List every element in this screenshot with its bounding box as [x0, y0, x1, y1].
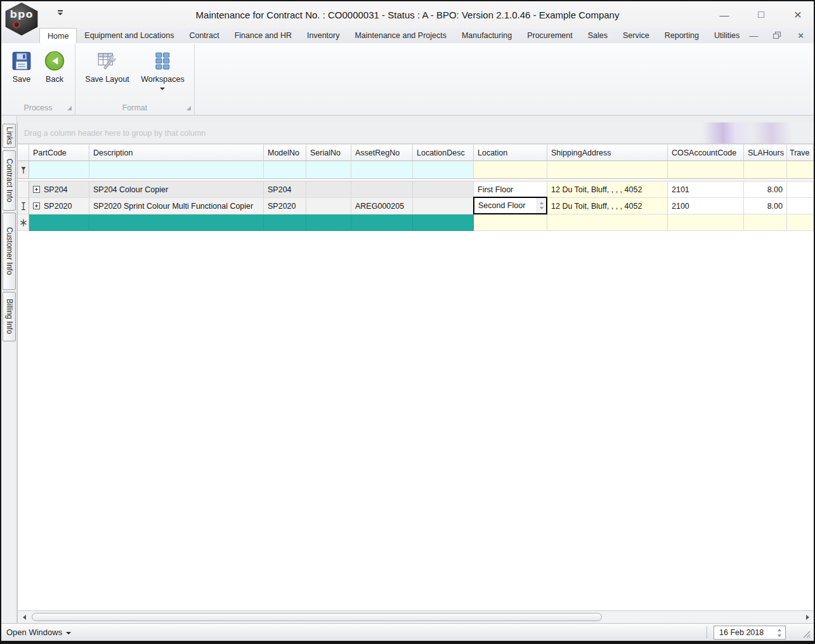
cell-shippingaddress[interactable]: 12 Du Toit, Bluff, , , , 4052 [547, 198, 668, 214]
filter-cell-locationdesc[interactable] [413, 161, 474, 179]
new-row-cell[interactable] [474, 214, 547, 231]
cell-cosaccountcode[interactable]: 2100 [668, 198, 744, 214]
scrollbar-thumb[interactable] [32, 613, 602, 621]
tab-inventory[interactable]: Inventory [299, 28, 347, 43]
cell-modelno[interactable]: SP2020 [264, 198, 306, 214]
column-header-assetregno[interactable]: AssetRegNo [351, 144, 413, 161]
column-header-partcode[interactable]: PartCode [29, 144, 89, 161]
cell-modelno[interactable]: SP204 [264, 181, 306, 198]
sidebar-item-customer-info[interactable]: Customer Info [3, 213, 16, 290]
tab-utilities[interactable]: Utilities [707, 28, 747, 43]
maximize-button[interactable]: □ [754, 8, 768, 22]
filter-cell-modelno[interactable] [264, 161, 306, 179]
filter-cell-assetregno[interactable] [351, 161, 413, 179]
spin-up-icon[interactable] [540, 202, 544, 204]
tab-finance-and-hr[interactable]: Finance and HR [227, 28, 299, 43]
column-header-cosaccountcode[interactable]: COSAccountCode [668, 144, 744, 161]
new-row-cell[interactable] [547, 214, 668, 231]
cell-partcode[interactable]: SP2020 [29, 198, 89, 214]
cell-location[interactable]: First Floor [474, 181, 547, 198]
open-windows-button[interactable]: Open Windows [6, 628, 71, 637]
new-row-cell[interactable] [89, 214, 264, 231]
quick-access-toolbar-dropdown-icon[interactable] [57, 10, 63, 15]
tab-sales[interactable]: Sales [580, 28, 615, 43]
mdi-minimize-button[interactable]: — [749, 35, 756, 37]
sidebar-item-billing-info[interactable]: Billing Info [3, 292, 16, 341]
cell-slahours[interactable]: 8.00 [744, 198, 787, 214]
tab-manufacturing[interactable]: Manufacturing [454, 28, 519, 43]
cell-travel[interactable] [787, 181, 814, 198]
scroll-right-button[interactable] [803, 612, 812, 622]
spin-up-icon[interactable] [778, 629, 781, 631]
dialog-launcher-icon[interactable] [186, 106, 191, 110]
filter-cell-travel[interactable] [787, 161, 814, 179]
dialog-launcher-icon[interactable] [67, 106, 72, 110]
column-header-location[interactable]: Location [474, 144, 547, 161]
horizontal-scrollbar[interactable] [18, 610, 814, 623]
minimize-button[interactable]: — [717, 8, 731, 22]
expand-plus-icon[interactable] [33, 186, 40, 193]
cell-serialno[interactable] [306, 198, 351, 214]
tab-procurement[interactable]: Procurement [519, 28, 580, 43]
close-button[interactable]: × [791, 8, 805, 22]
filter-cell-partcode[interactable] [29, 161, 89, 179]
mdi-close-button[interactable]: × [798, 32, 804, 39]
back-button[interactable]: Back [42, 49, 67, 85]
cell-cosaccountcode[interactable]: 2101 [668, 181, 744, 198]
cell-locationdesc[interactable] [413, 198, 474, 214]
cell-shippingaddress[interactable]: 12 Du Toit, Bluff, , , , 4052 [547, 181, 668, 198]
filter-cell-serialno[interactable] [306, 161, 351, 179]
tab-contract[interactable]: Contract [181, 28, 226, 43]
tab-equipment-and-locations[interactable]: Equipment and Locations [77, 28, 181, 43]
date-spinner[interactable] [775, 629, 785, 637]
filter-cell-description[interactable] [89, 161, 264, 179]
save-layout-button[interactable]: Save Layout [83, 49, 131, 85]
cell-partcode[interactable]: SP204 [29, 181, 89, 198]
new-row-cell[interactable] [787, 214, 814, 231]
location-editor-spinner[interactable] [537, 198, 546, 213]
cell-locationdesc[interactable] [413, 181, 474, 198]
new-row-cell[interactable] [351, 214, 413, 231]
tab-maintenance-and-projects[interactable]: Maintenance and Projects [347, 28, 454, 43]
cell-assetregno[interactable] [351, 181, 413, 198]
cell-slahours[interactable]: 8.00 [744, 181, 787, 198]
column-header-modelno[interactable]: ModelNo [264, 144, 306, 161]
scroll-left-button[interactable] [20, 612, 29, 622]
filter-cell-location[interactable] [474, 161, 547, 179]
new-row-cell[interactable] [744, 214, 787, 231]
new-row-cell[interactable] [413, 214, 474, 231]
cell-description[interactable]: SP204 Colour Copier [89, 181, 264, 198]
new-row-cell[interactable] [668, 214, 744, 231]
tab-reporting[interactable]: Reporting [657, 28, 707, 43]
resize-grip-icon[interactable] [802, 629, 811, 638]
column-header-locationdesc[interactable]: LocationDesc [413, 144, 474, 161]
column-header-description[interactable]: Description [89, 144, 264, 161]
location-editor[interactable]: Second Floor [473, 197, 547, 214]
spin-down-icon[interactable] [778, 634, 781, 637]
new-row-cell[interactable] [29, 214, 89, 231]
expand-plus-icon[interactable] [33, 202, 40, 209]
column-header-shippingaddress[interactable]: ShippingAddress [547, 144, 668, 161]
column-header-slahours[interactable]: SLAHours [744, 144, 787, 161]
filter-cell-cosaccountcode[interactable] [668, 161, 744, 179]
spin-down-icon[interactable] [540, 207, 544, 209]
sidebar-item-contract-info[interactable]: Contract Info [3, 150, 16, 211]
tab-service[interactable]: Service [615, 28, 657, 43]
mdi-restore-button[interactable] [773, 32, 781, 39]
sidebar-item-links[interactable]: Links [3, 124, 16, 148]
cell-assetregno[interactable]: AREG000205 [351, 198, 413, 214]
new-row-cell[interactable] [306, 214, 351, 231]
date-field[interactable]: 16 Feb 2018 [714, 626, 786, 640]
filter-cell-shippingaddress[interactable] [547, 161, 668, 179]
column-header-travel[interactable]: Trave [787, 144, 814, 161]
cell-description[interactable]: SP2020 Sprint Colour Multi Functional Co… [89, 198, 264, 214]
save-button[interactable]: Save [9, 49, 34, 85]
new-row-cell[interactable] [264, 214, 306, 231]
workspaces-button[interactable]: Workspaces [139, 49, 186, 91]
filter-cell-slahours[interactable] [744, 161, 787, 179]
tab-home[interactable]: Home [39, 28, 77, 43]
group-by-panel[interactable]: Drag a column header here to group by th… [18, 122, 814, 144]
cell-travel[interactable] [787, 198, 814, 214]
cell-serialno[interactable] [306, 181, 351, 198]
column-header-serialno[interactable]: SerialNo [306, 144, 351, 161]
